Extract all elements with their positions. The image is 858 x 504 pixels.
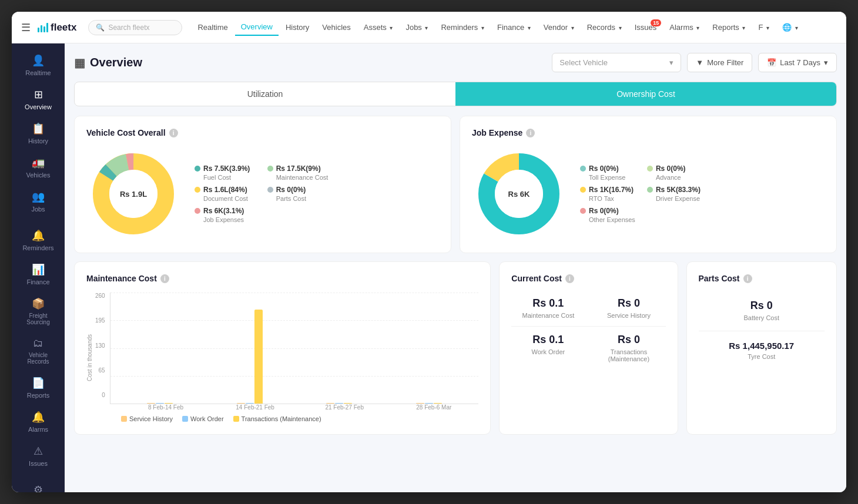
current-cost-grid-2: Rs 0.1 Work Order Rs 0 Transactions (Mai… <box>511 329 665 367</box>
tab-ownership-cost-label: Ownership Cost <box>616 89 675 99</box>
bar-service-4 <box>416 403 424 404</box>
sidebar-item-vehicle-records[interactable]: 🗂 Vehicle Records <box>15 331 62 371</box>
y-axis-label: Cost in thousands <box>86 293 93 422</box>
logo-text: fleetx <box>51 22 76 33</box>
bar-group-1 <box>115 403 205 404</box>
tyre-cost-item: Rs 1,445,950.17 Tyre Cost <box>699 334 825 367</box>
tab-ownership-cost[interactable]: Ownership Cost <box>455 82 836 106</box>
tab-utilization[interactable]: Utilization <box>75 82 455 106</box>
sidebar-item-realtime[interactable]: 👤 Realtime <box>15 48 62 82</box>
bar-service-3 <box>326 403 334 404</box>
date-filter-button[interactable]: 📅 Last 7 Days ▾ <box>758 53 837 72</box>
parts-divider <box>699 331 825 331</box>
maintenance-cost-title-text: Maintenance Cost <box>86 274 157 283</box>
current-transactions: Rs 0 Transactions (Maintenance) <box>592 329 665 367</box>
nav-overview[interactable]: Overview <box>235 19 279 36</box>
vehicle-cost-info-icon[interactable]: i <box>169 129 178 137</box>
bar-maintenance-3 <box>344 403 352 404</box>
sidebar-label-history: History <box>28 137 48 145</box>
vehicle-records-icon: 🗂 <box>33 337 43 350</box>
battery-cost-item: Rs 0 Battery Cost <box>699 293 825 328</box>
nav-vendor[interactable]: Vendor ▾ <box>538 19 580 35</box>
sidebar-item-settings[interactable]: ⚙ Settings <box>15 478 62 492</box>
nav-vehicles[interactable]: Vehicles <box>316 19 356 35</box>
overview-icon: ⊞ <box>34 88 43 101</box>
nav-history[interactable]: History <box>280 19 315 35</box>
sidebar-label-alarms: Alarms <box>28 426 48 433</box>
issues-badge: 15 <box>651 19 661 26</box>
sidebar-item-reminders[interactable]: 🔔 Reminders <box>15 223 62 257</box>
bar-group-4 <box>384 403 474 404</box>
job-expense-center-label: Rs 6K <box>508 190 530 199</box>
search-bar[interactable]: 🔍 Search fleetx <box>88 20 182 35</box>
sidebar-item-alarms[interactable]: 🔔 Alarms <box>15 405 62 439</box>
main-layout: 👤 Realtime ⊞ Overview 📋 History 🚛 Vehicl… <box>12 43 846 492</box>
nav-f[interactable]: F ▾ <box>752 19 775 35</box>
header-controls: Select Vehicle ▾ ▼ More Filter 📅 Last 7 … <box>552 53 837 72</box>
nav-globe[interactable]: 🌐 ▾ <box>776 19 804 35</box>
vehicle-cost-donut-chart: Rs 1.9L <box>86 147 180 241</box>
nav-finance[interactable]: Finance ▾ <box>491 19 537 35</box>
history-icon: 📋 <box>32 122 45 135</box>
issues-icon: ⚠ <box>33 445 43 458</box>
sidebar-label-freight: Freight Sourcing <box>18 313 58 325</box>
fuel-cost-dot <box>195 166 200 172</box>
sidebar-item-history[interactable]: 📋 History <box>15 116 62 150</box>
sidebar-item-overview[interactable]: ⊞ Overview <box>15 82 62 116</box>
y-axis: 260 195 130 65 0 <box>95 293 105 410</box>
select-vehicle-label: Select Vehicle <box>559 58 608 67</box>
sidebar-item-freight[interactable]: 📦 Freight Sourcing <box>15 291 62 331</box>
nav-items: Realtime Overview History Vehicles Asset… <box>192 19 837 36</box>
search-placeholder: Search fleetx <box>108 23 149 32</box>
sidebar: 👤 Realtime ⊞ Overview 📋 History 🚛 Vehicl… <box>12 43 65 492</box>
sidebar-item-issues[interactable]: ⚠ Issues <box>15 439 62 473</box>
reports-icon: 📄 <box>32 377 45 389</box>
parts-cost-title: Parts Cost i <box>699 274 825 283</box>
nav-records[interactable]: Records ▾ <box>581 19 628 35</box>
tab-utilization-label: Utilization <box>247 89 283 99</box>
date-filter-label: Last 7 Days <box>780 58 820 67</box>
nav-jobs[interactable]: Jobs ▾ <box>400 19 434 35</box>
maintenance-cost-info-icon[interactable]: i <box>160 274 169 283</box>
parts-cost-info-icon[interactable]: i <box>743 274 752 283</box>
nav-reminders[interactable]: Reminders ▾ <box>435 19 490 35</box>
work-order-legend-dot <box>182 416 188 422</box>
bar-group-3 <box>294 403 384 404</box>
current-cost-card: Current Cost i Rs 0.1 Maintenance Cost R… <box>499 261 678 435</box>
legend-service-history: Service History <box>121 415 173 422</box>
sidebar-item-reports[interactable]: 📄 Reports <box>15 371 62 405</box>
sidebar-item-finance[interactable]: 📊 Finance <box>15 257 62 291</box>
bar-work-3 <box>335 403 343 404</box>
search-icon: 🔍 <box>96 23 105 32</box>
more-filter-button[interactable]: ▼ More Filter <box>687 53 752 72</box>
select-vehicle-dropdown[interactable]: Select Vehicle ▾ <box>552 53 681 72</box>
nav-issues[interactable]: Issues 15 <box>629 19 663 35</box>
freight-icon: 📦 <box>32 297 45 310</box>
sidebar-item-jobs[interactable]: 👥 Jobs <box>15 184 62 219</box>
sidebar-label-vehicle-records: Vehicle Records <box>18 352 58 365</box>
legend-toll: Rs 0(0%) Toll Expense <box>580 164 635 181</box>
service-history-legend-dot <box>121 416 127 422</box>
current-service-history: Rs 0 Service History <box>592 293 665 324</box>
hamburger-icon[interactable]: ☰ <box>21 21 31 34</box>
nav-alarms[interactable]: Alarms ▾ <box>663 19 705 35</box>
nav-realtime[interactable]: Realtime <box>192 19 233 35</box>
bar-work-2 <box>246 403 254 404</box>
vehicle-cost-donut: Rs 1.9L Rs 7.5K(3.9%) Fuel Cost <box>86 147 439 241</box>
legend-fuel-cost: Rs 7.5K(3.9%) Fuel Cost <box>195 164 256 181</box>
alarms-icon: 🔔 <box>32 411 45 424</box>
nav-reports[interactable]: Reports ▾ <box>706 19 751 35</box>
bar-chart-wrapper: Cost in thousands 260 195 130 65 0 <box>86 293 478 422</box>
job-expense-info-icon[interactable]: i <box>526 129 535 137</box>
cards-row-1: Vehicle Cost Overall i <box>74 116 837 253</box>
sidebar-item-vehicles[interactable]: 🚛 Vehicles <box>15 150 62 184</box>
legend-document-cost: Rs 1.6L(84%) Document Cost <box>195 186 256 202</box>
vehicle-cost-card: Vehicle Cost Overall i <box>74 116 451 253</box>
sidebar-label-jobs: Jobs <box>31 206 45 213</box>
nav-assets[interactable]: Assets ▾ <box>358 19 399 35</box>
job-expense-title-text: Job Expense <box>472 128 522 137</box>
bar-maintenance-4 <box>434 403 442 404</box>
current-cost-info-icon[interactable]: i <box>565 274 574 283</box>
driver-dot <box>647 187 653 193</box>
legend-transactions: Transactions (Maintenance) <box>233 415 321 422</box>
